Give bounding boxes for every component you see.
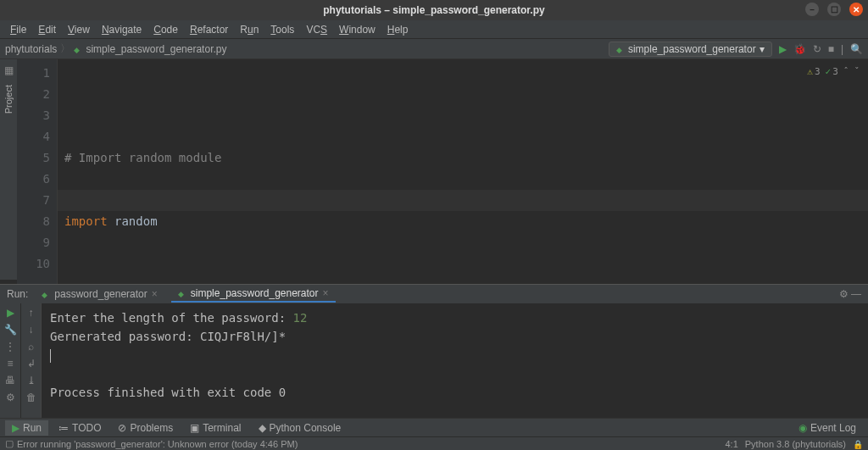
line-number: 9 <box>17 232 50 253</box>
bottom-tab-todo[interactable]: ≔TODO <box>52 420 108 436</box>
lock-icon[interactable] <box>853 439 863 449</box>
code-area[interactable]: 3 3 ˆ ˇ # Import random module import ra… <box>58 59 868 284</box>
chevron-up-icon[interactable]: ˆ <box>843 61 849 82</box>
wrap-icon[interactable]: ↲ <box>27 358 36 369</box>
status-sdk[interactable]: Python 3.8 (phytutorials) <box>745 439 846 449</box>
print-icon[interactable]: 🖶 <box>5 375 15 386</box>
run-label: Run: <box>7 288 28 300</box>
dropdown-icon: ▾ <box>760 43 765 55</box>
run-tab[interactable]: password_generator × <box>35 286 164 302</box>
run-config-label: simple_password_generator <box>628 43 756 55</box>
menu-file[interactable]: File <box>5 22 31 37</box>
code-line: # Import random module <box>64 151 221 164</box>
close-tab-icon[interactable]: × <box>323 287 329 299</box>
ok-count: 3 <box>826 61 838 82</box>
line-number: 1 <box>17 63 50 84</box>
window-minimize-button[interactable]: – <box>805 3 819 16</box>
terminal-icon: ▣ <box>190 422 199 434</box>
menu-run[interactable]: Run <box>235 22 264 37</box>
menu-window[interactable]: Window <box>334 22 381 37</box>
chevron-down-icon[interactable]: ˇ <box>854 61 860 82</box>
window-titlebar: phytutorials – simple_password_generator… <box>0 0 868 20</box>
python-file-icon <box>178 287 186 299</box>
status-position[interactable]: 4:1 <box>725 439 737 449</box>
line-number: 6 <box>17 169 50 190</box>
trash-icon[interactable]: 🗑 <box>26 392 36 403</box>
line-number: 5 <box>17 147 50 169</box>
menu-navigate[interactable]: Navigate <box>97 22 147 37</box>
close-tab-icon[interactable]: × <box>152 288 158 300</box>
bottom-tab-label: TODO <box>72 422 101 434</box>
menu-refactor[interactable]: Refactor <box>185 22 233 37</box>
breadcrumb-project[interactable]: phytutorials <box>5 43 57 55</box>
bottom-tab-run[interactable]: ▶Run <box>5 420 48 436</box>
warning-count: 3 <box>807 61 820 82</box>
run-button[interactable]: ▶ <box>779 43 787 55</box>
editor-gutter: 1 2 3 4 5 6 7 8 9 10 <box>17 59 58 284</box>
more-icon[interactable]: ⋮ <box>5 341 15 353</box>
bottom-tab-label: Run <box>23 422 42 434</box>
run-header: Run: password_generator × simple_passwor… <box>0 285 868 303</box>
menu-vcs[interactable]: VCS <box>301 22 332 37</box>
console-line: Process finished with exit code 0 <box>50 386 286 399</box>
search-everywhere-icon[interactable]: 🔍 <box>850 43 863 55</box>
bottom-tab-label: Terminal <box>203 422 241 434</box>
left-tool-strip: ▦ Project <box>0 59 17 280</box>
console-line: Gernerated password: CIQJrF8lH/]* <box>50 330 286 343</box>
up-icon[interactable]: ↑ <box>29 307 34 319</box>
window-maximize-button[interactable]: ☐ <box>827 3 841 16</box>
nav-toolbar: phytutorials 〉 simple_password_generator… <box>0 39 868 59</box>
line-number: 2 <box>17 84 50 105</box>
inspection-widget[interactable]: 3 3 ˆ ˇ <box>807 61 860 82</box>
down-icon[interactable]: ↓ <box>29 324 34 336</box>
run-settings-icon[interactable]: ⚙ — <box>839 288 861 300</box>
bottom-tab-label: Problems <box>130 422 173 434</box>
menu-edit[interactable]: Edit <box>33 22 61 37</box>
line-number: 10 <box>17 253 50 275</box>
stack-icon[interactable]: ≡ <box>7 358 13 369</box>
python-icon: ◆ <box>259 422 266 434</box>
project-tool-icon[interactable]: ▦ <box>4 64 14 76</box>
stop-button[interactable]: ■ <box>828 43 834 55</box>
statusbar-toggle-icon[interactable]: ▢ <box>5 438 14 449</box>
run-icon: ▶ <box>12 422 19 434</box>
run-more-icon[interactable]: ↻ <box>813 43 821 55</box>
menu-code[interactable]: Code <box>148 22 183 37</box>
line-number: 3 <box>17 105 50 126</box>
toolbar-divider: | <box>841 43 843 55</box>
event-log-icon: ◉ <box>798 422 807 434</box>
console-line: Enter the length of the password: 12 <box>50 311 307 325</box>
line-number: 8 <box>17 211 50 232</box>
window-title: phytutorials – simple_password_generator… <box>323 4 544 16</box>
rerun-button[interactable]: ▶ <box>7 307 14 319</box>
debug-button[interactable]: 🐞 <box>793 43 806 55</box>
run-config-selector[interactable]: simple_password_generator ▾ <box>609 42 772 57</box>
filter-icon[interactable]: ⌕ <box>28 341 34 353</box>
project-toolwindow-button[interactable]: Project <box>3 85 14 114</box>
wrench-icon[interactable]: 🔧 <box>4 324 17 336</box>
python-file-icon <box>74 43 82 55</box>
settings-icon[interactable]: ⚙ <box>6 392 15 403</box>
line-number: 4 <box>17 126 50 147</box>
console-cursor <box>50 349 51 363</box>
todo-icon: ≔ <box>58 422 69 434</box>
code-editor[interactable]: 1 2 3 4 5 6 7 8 9 10 3 3 ˆ ˇ # Import ra… <box>17 59 868 284</box>
run-console[interactable]: Enter the length of the password: 12 Ger… <box>41 303 868 419</box>
breadcrumb: phytutorials 〉 simple_password_generator… <box>5 42 226 56</box>
menu-view[interactable]: View <box>63 22 95 37</box>
main-menubar: File Edit View Navigate Code Refactor Ru… <box>0 20 868 39</box>
run-tab-label: simple_password_generator <box>191 287 319 299</box>
run-tab-active[interactable]: simple_password_generator × <box>171 286 336 303</box>
bottom-tab-python-console[interactable]: ◆Python Console <box>252 420 348 436</box>
window-close-button[interactable]: ✕ <box>849 3 863 16</box>
bottom-tab-event-log[interactable]: ◉Event Log <box>792 420 863 436</box>
code-token: random <box>108 214 158 228</box>
menu-tools[interactable]: Tools <box>265 22 299 37</box>
scroll-icon[interactable]: ⤓ <box>27 375 36 386</box>
bottom-tab-terminal[interactable]: ▣Terminal <box>183 420 248 436</box>
bottom-tab-label: Event Log <box>810 422 856 434</box>
menu-help[interactable]: Help <box>382 22 414 37</box>
breadcrumb-file[interactable]: simple_password_generator.py <box>86 43 226 55</box>
status-bar: ▢ Error running 'password_generator': Un… <box>0 436 868 450</box>
bottom-tab-problems[interactable]: ⊘Problems <box>111 420 180 436</box>
